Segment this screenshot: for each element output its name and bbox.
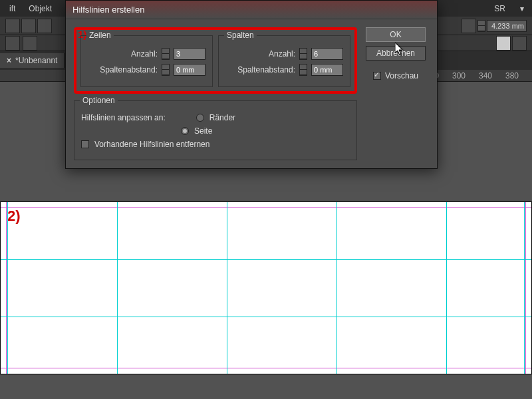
column-guide[interactable] bbox=[227, 202, 227, 374]
fit-to-label: Hilfslinien anpassen an: bbox=[81, 113, 166, 122]
rows-fieldset: Zeilen Anzahl: Spaltenabstand: bbox=[80, 35, 213, 87]
dialog-title: Hilfslinien erstellen bbox=[66, 1, 437, 19]
fit-page-radio[interactable] bbox=[181, 127, 189, 135]
rows-count-field[interactable] bbox=[174, 48, 205, 60]
close-icon[interactable]: × bbox=[7, 56, 11, 65]
cols-count-label: Anzahl: bbox=[269, 49, 295, 59]
rows-legend: Zeilen bbox=[86, 31, 114, 40]
cols-gutter-label: Spaltenabstand: bbox=[237, 65, 295, 74]
ruler-tick: 380 bbox=[505, 71, 519, 80]
remove-existing-checkbox[interactable] bbox=[81, 140, 89, 148]
fit-margins-label: Ränder bbox=[209, 113, 235, 122]
menu-item-object[interactable]: Objekt bbox=[22, 2, 59, 15]
column-guide[interactable] bbox=[7, 202, 8, 374]
create-guides-dialog: Hilfslinien erstellen 1) Zeilen Anzahl: … bbox=[65, 0, 438, 169]
rows-gutter-field[interactable] bbox=[174, 64, 205, 76]
row-guide[interactable] bbox=[1, 317, 531, 317]
highlighted-region: 1) Zeilen Anzahl: Spaltenabstand: bbox=[74, 27, 357, 94]
column-guide[interactable] bbox=[524, 202, 525, 374]
distribute-icon[interactable] bbox=[21, 19, 36, 33]
options-legend: Optionen bbox=[80, 96, 118, 105]
swatch-dropdown-icon[interactable] bbox=[512, 36, 527, 51]
menu-item-edit[interactable]: ift bbox=[3, 2, 22, 15]
options-fieldset: Optionen Hilfslinien anpassen an: Ränder… bbox=[74, 100, 357, 160]
cancel-button[interactable]: Abbrechen bbox=[366, 46, 426, 61]
fit-margins-radio[interactable] bbox=[196, 114, 204, 122]
page-annotation: 2) bbox=[7, 207, 21, 225]
column-guide[interactable] bbox=[446, 202, 447, 374]
cols-gutter-stepper[interactable] bbox=[299, 64, 307, 76]
transform-icon[interactable] bbox=[462, 19, 476, 33]
rows-gutter-label: Spaltenabstand: bbox=[100, 65, 158, 74]
preview-checkbox[interactable] bbox=[373, 72, 381, 80]
preview-label: Vorschau bbox=[385, 71, 418, 80]
misc-icon-2[interactable] bbox=[23, 36, 37, 51]
remove-existing-label: Vorhandene Hilfslinien entfernen bbox=[94, 140, 209, 149]
fit-page-label: Seite bbox=[194, 126, 212, 136]
wrap-icon[interactable] bbox=[37, 19, 52, 33]
rows-count-label: Anzahl: bbox=[131, 49, 158, 59]
ruler-tick: 300 bbox=[452, 71, 466, 80]
row-guide[interactable] bbox=[1, 259, 531, 260]
cols-gutter-field[interactable] bbox=[311, 64, 343, 76]
cols-count-field[interactable] bbox=[311, 48, 343, 60]
page[interactable]: 2) bbox=[0, 201, 532, 374]
stroke-stepper[interactable] bbox=[477, 20, 485, 32]
document-tab[interactable]: × *Unbenannt bbox=[0, 53, 65, 68]
stroke-weight-field[interactable] bbox=[487, 20, 527, 32]
column-guide[interactable] bbox=[117, 202, 118, 374]
ok-button[interactable]: OK bbox=[366, 27, 426, 42]
column-guide[interactable] bbox=[336, 202, 337, 374]
margin-guide bbox=[1, 207, 531, 208]
cols-legend: Spalten bbox=[224, 31, 257, 40]
cols-count-stepper[interactable] bbox=[299, 48, 307, 60]
cols-fieldset: Spalten Anzahl: Spaltenabstand: bbox=[218, 35, 350, 87]
misc-icon-1[interactable] bbox=[5, 36, 20, 51]
align-icon[interactable] bbox=[5, 19, 20, 33]
margin-guide bbox=[6, 202, 7, 374]
margin-guide bbox=[1, 368, 531, 368]
swatch-icon[interactable] bbox=[496, 36, 511, 51]
workspace-switcher[interactable]: SR bbox=[489, 2, 511, 15]
rows-gutter-stepper[interactable] bbox=[162, 64, 170, 76]
document-tab-label: *Unbenannt bbox=[15, 56, 57, 65]
ruler-tick: 340 bbox=[479, 71, 492, 80]
search-icon[interactable]: ▾ bbox=[515, 2, 529, 15]
margin-guide bbox=[525, 202, 526, 374]
rows-count-stepper[interactable] bbox=[162, 48, 170, 60]
